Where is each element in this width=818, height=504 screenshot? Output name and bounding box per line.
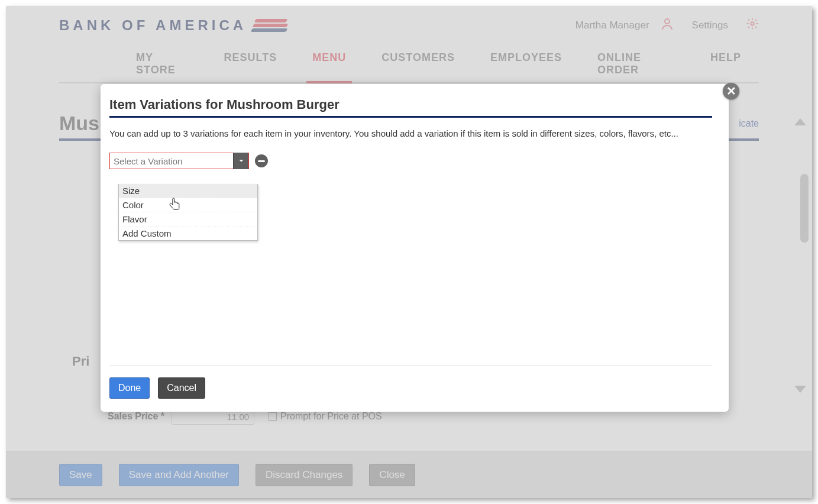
variation-option-flavor[interactable]: Flavor xyxy=(119,212,257,227)
variation-select[interactable]: Select a Variation xyxy=(109,153,249,169)
close-icon: ✕ xyxy=(726,84,736,98)
variation-option-color[interactable]: Color xyxy=(119,198,257,212)
modal-cancel-button[interactable]: Cancel xyxy=(158,377,205,399)
variation-option-add-custom[interactable]: Add Custom xyxy=(119,227,257,240)
app-window: BANK OF AMERICA Martha Manager Settings … xyxy=(6,6,812,498)
variations-modal: ✕ Item Variations for Mushroom Burger Yo… xyxy=(101,84,729,412)
variation-row: Select a Variation xyxy=(109,153,712,169)
remove-variation-button[interactable] xyxy=(255,154,268,167)
variation-select-placeholder: Select a Variation xyxy=(110,156,233,166)
modal-done-button[interactable]: Done xyxy=(109,377,150,399)
modal-divider xyxy=(109,116,712,118)
chevron-down-icon[interactable] xyxy=(233,153,248,169)
variation-dropdown-list: SizeColorFlavorAdd Custom xyxy=(118,184,258,241)
modal-description: You can add up to 3 variations for each … xyxy=(109,128,712,138)
variation-option-size[interactable]: Size xyxy=(119,184,257,198)
modal-footer: Done Cancel xyxy=(109,365,712,399)
modal-title: Item Variations for Mushroom Burger xyxy=(109,97,712,112)
modal-close-button[interactable]: ✕ xyxy=(723,83,739,99)
